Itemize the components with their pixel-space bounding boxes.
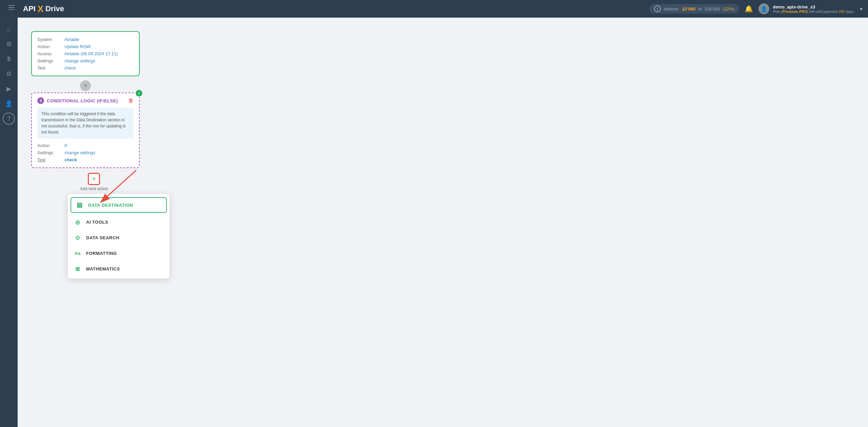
- action-label: Action: [37, 44, 64, 49]
- actions-badge: i Actions: 22'060 of 100'000 (22%): [649, 4, 739, 14]
- cond-action-label: Action: [37, 143, 64, 148]
- actions-pct: (22%): [723, 6, 735, 12]
- actions-label: Actions:: [664, 6, 679, 12]
- flow-canvas: System Airtable Action Update ROW Access…: [24, 24, 861, 296]
- settings-label: Settings: [37, 58, 64, 63]
- ai-tools-label: AI TOOLS: [86, 220, 108, 225]
- plan-info: Plan |Premium PRO| left until payment 26…: [773, 9, 854, 14]
- info-icon: i: [654, 5, 661, 12]
- test-label: Test: [37, 65, 64, 70]
- delete-icon[interactable]: 🗑: [128, 98, 134, 104]
- dropdown-item-formatting[interactable]: Aa FORMATTING: [68, 245, 170, 261]
- add-next-container: + Add next action: [80, 173, 108, 191]
- formatting-icon: Aa: [73, 249, 82, 258]
- cond-action-value[interactable]: If: [64, 143, 67, 148]
- test-value[interactable]: check: [64, 65, 76, 70]
- card-number: 3: [37, 97, 44, 104]
- avatar: 👤: [758, 3, 769, 14]
- system-label: System: [37, 37, 64, 42]
- sidebar-item-tools[interactable]: ⚙: [3, 68, 15, 80]
- system-value[interactable]: Airtable: [64, 37, 79, 42]
- card-title: CONDITIONAL LOGIC (IF/ELSE): [47, 98, 118, 103]
- logo-drive: Drive: [45, 4, 64, 13]
- ai-tools-icon: ◎: [73, 218, 82, 226]
- dropdown-item-ai-tools[interactable]: ◎ AI TOOLS: [68, 214, 170, 230]
- cond-test-value[interactable]: check: [64, 157, 77, 162]
- cond-settings-value[interactable]: change settings: [64, 150, 95, 155]
- action-type-dropdown: ▤ DATA DESTINATION ◎ AI TOOLS ⊙ DATA SEA…: [68, 194, 170, 279]
- username: demo_apix-drive_s3: [773, 4, 854, 9]
- settings-value[interactable]: change settings: [64, 58, 95, 63]
- logo-x: X: [38, 4, 43, 14]
- data-destination-icon: ▤: [75, 201, 84, 209]
- action-value[interactable]: Update ROW: [64, 44, 91, 49]
- dropdown-item-data-search[interactable]: ⊙ DATA SEARCH: [68, 230, 170, 245]
- cond-settings-label: Settings: [37, 150, 64, 155]
- add-next-button[interactable]: +: [88, 173, 100, 185]
- actions-of: of: [698, 6, 702, 12]
- chevron-down-icon: ▾: [860, 6, 863, 12]
- bell-icon[interactable]: 🔔: [745, 5, 753, 13]
- hamburger-button[interactable]: [5, 1, 18, 14]
- data-search-label: DATA SEARCH: [86, 235, 119, 240]
- sidebar-item-grid[interactable]: ⊞: [3, 38, 15, 50]
- data-destination-label: DATA DESTINATION: [88, 203, 133, 208]
- actions-count: 22'060: [682, 6, 695, 12]
- actions-total: 100'000: [705, 6, 720, 12]
- logo: APIXDrive: [23, 4, 64, 14]
- sidebar-item-billing[interactable]: $: [3, 53, 15, 65]
- user-info: demo_apix-drive_s3 Plan |Premium PRO| le…: [773, 4, 854, 14]
- logo-api: API: [23, 4, 36, 13]
- sidebar-item-user[interactable]: 👤: [3, 98, 15, 110]
- access-label: Access: [37, 51, 64, 56]
- header: APIXDrive i Actions: 22'060 of 100'000 (…: [0, 0, 868, 18]
- mathematics-icon: ⊞: [73, 264, 82, 273]
- access-value[interactable]: Airtable (06.09.2024 17:11): [64, 51, 118, 56]
- sidebar-item-help[interactable]: ?: [3, 113, 15, 125]
- sidebar-item-home[interactable]: ⌂: [3, 23, 15, 35]
- conditional-card: ✓ 3 CONDITIONAL LOGIC (IF/ELSE) 🗑 This c…: [31, 93, 140, 168]
- check-badge: ✓: [135, 89, 143, 97]
- airtable-card: System Airtable Action Update ROW Access…: [31, 31, 140, 76]
- add-connector-1[interactable]: +: [80, 80, 91, 91]
- user-menu[interactable]: 👤 demo_apix-drive_s3 Plan |Premium PRO| …: [758, 3, 863, 14]
- main-layout: ⌂ ⊞ $ ⚙ ▶ 👤 ? System Airtable Action Upd…: [0, 18, 868, 427]
- dropdown-item-mathematics[interactable]: ⊞ MATHEMATICS: [68, 261, 170, 277]
- add-next-label: Add next action: [80, 186, 108, 191]
- data-search-icon: ⊙: [73, 233, 82, 242]
- mathematics-label: MATHEMATICS: [86, 266, 120, 271]
- card-header: 3 CONDITIONAL LOGIC (IF/ELSE) 🗑: [37, 97, 134, 104]
- sidebar: ⌂ ⊞ $ ⚙ ▶ 👤 ?: [0, 18, 18, 427]
- content-area: System Airtable Action Update ROW Access…: [18, 18, 868, 427]
- condition-description: This condition will be triggered if the …: [37, 107, 134, 139]
- sidebar-item-media[interactable]: ▶: [3, 83, 15, 95]
- cond-test-label: Test: [37, 157, 64, 162]
- formatting-label: FORMATTING: [86, 251, 117, 256]
- dropdown-item-data-destination[interactable]: ▤ DATA DESTINATION: [71, 197, 167, 213]
